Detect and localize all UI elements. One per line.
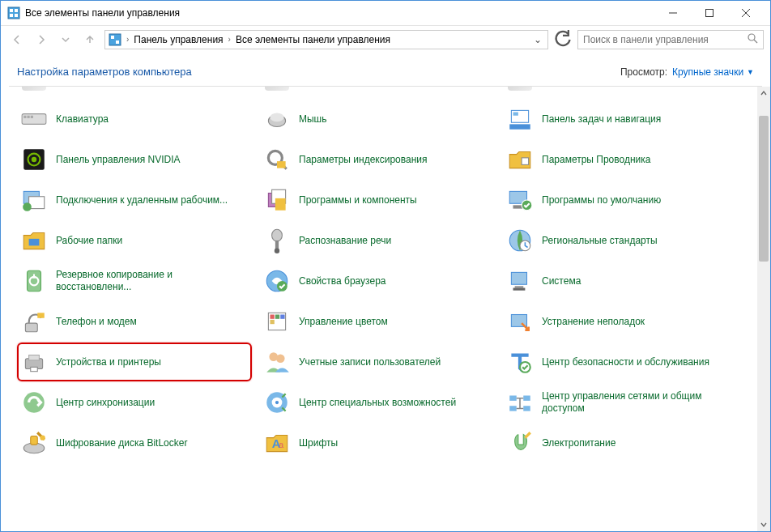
svg-point-69 (275, 401, 279, 404)
item-label: Устранение неполадок (542, 316, 645, 328)
svg-rect-75 (31, 436, 38, 445)
control-panel-item[interactable]: Мышь (260, 100, 495, 138)
breadcrumb-dropdown[interactable]: ⌄ (531, 34, 544, 45)
control-panel-item[interactable]: Программы по умолчанию (503, 181, 738, 219)
control-panel-item[interactable] (17, 87, 252, 98)
search-input[interactable] (583, 34, 748, 45)
item-icon (263, 87, 291, 92)
refresh-button[interactable] (553, 30, 573, 49)
svg-rect-16 (28, 116, 30, 118)
forward-button[interactable] (32, 30, 51, 49)
up-button[interactable] (80, 30, 100, 49)
item-icon (506, 227, 534, 254)
svg-rect-53 (37, 313, 45, 317)
item-icon (263, 227, 291, 254)
control-panel-icon (109, 33, 121, 46)
control-panel-item[interactable]: Электропитание (503, 423, 738, 462)
back-button[interactable] (7, 30, 27, 49)
item-icon (506, 105, 534, 133)
svg-rect-56 (275, 315, 279, 319)
svg-rect-22 (513, 113, 518, 116)
svg-rect-29 (522, 158, 529, 165)
svg-line-13 (754, 40, 757, 43)
item-label: Электропитание (542, 437, 616, 449)
breadcrumb-item-2[interactable]: Все элементы панели управления (236, 34, 390, 45)
search-box[interactable] (577, 30, 764, 49)
item-label: Программы по умолчанию (542, 194, 661, 206)
control-panel-item[interactable]: Управление цветом (260, 302, 495, 341)
control-panel-item[interactable]: Система (503, 262, 738, 300)
control-panel-item[interactable]: Учетные записи пользователей (260, 343, 495, 381)
svg-rect-14 (22, 114, 46, 125)
scrollbar-track[interactable] (757, 100, 770, 518)
control-panel-item[interactable]: Панель задач и навигация (503, 100, 738, 138)
item-icon (263, 308, 291, 335)
item-icon (506, 348, 534, 376)
item-icon (20, 87, 48, 92)
item-label: Клавиатура (56, 113, 109, 126)
control-panel-item[interactable]: AaШрифты (260, 423, 495, 462)
control-panel-item[interactable] (503, 87, 738, 98)
recent-dropdown-icon[interactable] (56, 30, 75, 49)
svg-rect-28 (277, 161, 286, 168)
control-panel-item[interactable]: Центр управления сетями и общим доступом (503, 383, 738, 422)
item-icon (263, 348, 291, 376)
item-label: Рабочие папки (56, 235, 122, 247)
control-panel-item[interactable]: Подключения к удаленным рабочим... (17, 181, 252, 219)
scroll-up-button[interactable] (757, 87, 770, 100)
svg-rect-15 (23, 116, 26, 118)
items-viewport: КлавиатураМышьПанель задач и навигацияПа… (1, 87, 770, 531)
item-icon (20, 186, 48, 214)
control-panel-item[interactable]: Параметры Проводника (503, 140, 738, 179)
close-button[interactable] (727, 2, 764, 24)
item-icon (506, 186, 534, 214)
svg-rect-57 (280, 315, 284, 319)
svg-rect-58 (270, 320, 275, 324)
item-label: Центр управления сетями и общим доступом (542, 390, 728, 415)
item-icon (506, 308, 534, 335)
minimize-button[interactable] (654, 2, 691, 24)
control-panel-item[interactable]: Рабочие папки (17, 221, 252, 260)
svg-rect-1 (10, 9, 13, 12)
view-selector[interactable]: Крупные значки ▼ (672, 66, 754, 78)
breadcrumb-item-1[interactable]: Панель управления (134, 34, 223, 45)
breadcrumb[interactable]: › Панель управления › Все элементы панел… (104, 30, 548, 49)
svg-rect-55 (270, 315, 275, 319)
chevron-right-icon[interactable]: › (227, 35, 232, 44)
svg-rect-61 (29, 355, 40, 360)
control-panel-item[interactable]: Региональные стандарты (503, 221, 738, 260)
svg-rect-11 (116, 40, 119, 44)
control-panel-item[interactable]: Свойства браузера (260, 262, 495, 300)
control-panel-item[interactable]: Шифрование диска BitLocker (17, 423, 252, 462)
control-panel-item[interactable]: Устранение неполадок (503, 302, 738, 341)
control-panel-item[interactable]: Панель управления NVIDIA (17, 140, 252, 179)
control-panel-item[interactable]: Центр синхронизации (17, 383, 252, 422)
chevron-right-icon[interactable]: › (125, 35, 130, 44)
item-label: Мышь (299, 113, 327, 126)
scroll-down-button[interactable] (757, 518, 770, 531)
item-label: Учетные записи пользователей (299, 356, 441, 368)
item-icon (506, 146, 534, 173)
control-panel-item[interactable]: Распознавание речи (260, 221, 495, 260)
svg-rect-51 (513, 288, 526, 291)
chevron-down-icon: ▼ (747, 68, 754, 76)
item-icon (20, 389, 48, 416)
control-panel-item[interactable]: Клавиатура (17, 100, 252, 138)
svg-rect-70 (509, 396, 517, 401)
item-label: Свойства браузера (299, 275, 386, 287)
item-icon (263, 389, 291, 416)
maximize-button[interactable] (691, 2, 727, 24)
control-panel-item[interactable]: Центр специальных возможностей (260, 383, 495, 422)
address-bar: › Панель управления › Все элементы панел… (1, 25, 770, 53)
control-panel-item[interactable] (260, 87, 495, 98)
control-panel-icon (7, 6, 20, 19)
control-panel-item[interactable]: Резервное копирование и восстановлени... (17, 262, 252, 300)
control-panel-item[interactable]: Устройства и принтеры (17, 343, 252, 381)
scrollbar-thumb[interactable] (759, 116, 769, 262)
control-panel-item[interactable]: Центр безопасности и обслуживания (503, 343, 738, 381)
control-panel-item[interactable]: Параметры индексирования (260, 140, 495, 179)
item-label: Подключения к удаленным рабочим... (56, 194, 228, 206)
svg-rect-6 (705, 10, 713, 17)
control-panel-item[interactable]: Телефон и модем (17, 302, 252, 341)
control-panel-item[interactable]: Программы и компоненты (260, 181, 495, 219)
